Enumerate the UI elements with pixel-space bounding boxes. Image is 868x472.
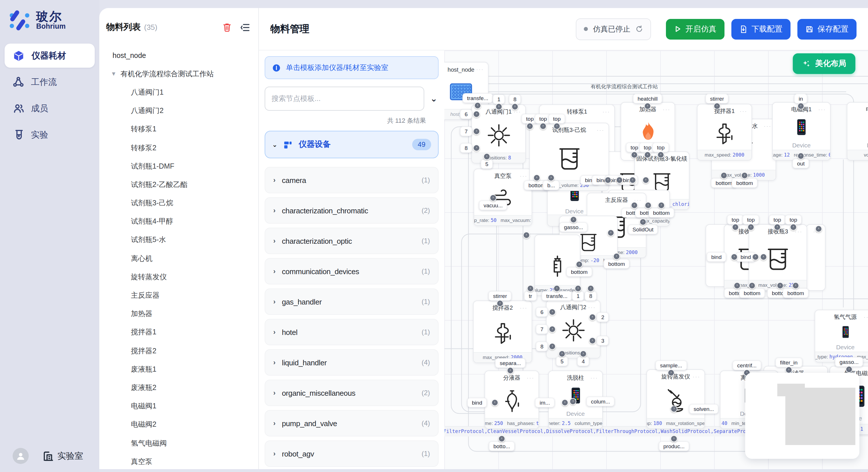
flow-node[interactable]: 旋转蒸发仪···temp: 180max_rotation_speed: xyxy=(646,369,705,429)
node-menu-icon[interactable]: ··· xyxy=(663,103,671,116)
port-handle[interactable]: › xyxy=(644,103,651,109)
sidebar-item-experiments[interactable]: 实验 xyxy=(5,123,95,147)
port-handle[interactable]: › xyxy=(608,229,614,236)
port-handle[interactable]: › xyxy=(731,254,738,260)
node-menu-icon[interactable]: ··· xyxy=(602,105,610,119)
category-instruments[interactable]: ⌄ 仪器设备 49 xyxy=(265,131,439,158)
sidebar-item-members[interactable]: 成员 xyxy=(5,96,95,121)
node-menu-icon[interactable]: ··· xyxy=(677,152,685,166)
port-handle[interactable]: › xyxy=(473,128,480,135)
port-handle[interactable]: › xyxy=(575,285,582,292)
flow-node[interactable]: 真空泵···pump_rate: 50max_vacuum: 0.1 xyxy=(474,169,532,226)
save-config-button[interactable]: 保存配置 xyxy=(797,19,857,39)
port-handle[interactable]: › xyxy=(631,151,638,158)
port-handle[interactable]: › xyxy=(645,202,652,209)
tree-item[interactable]: 搅拌器2 xyxy=(99,342,258,360)
port-handle[interactable]: › xyxy=(714,103,720,109)
port-handle[interactable]: › xyxy=(741,172,748,179)
port-handle[interactable]: › xyxy=(533,174,540,181)
port-handle[interactable]: › xyxy=(846,366,852,373)
flow-node[interactable]: 氢气气源···Device_type: hydrogenmax_pre xyxy=(815,310,868,363)
tree-item[interactable]: 试剂瓶5-水 xyxy=(99,231,258,249)
port-handle[interactable]: › xyxy=(576,261,583,268)
tree-item[interactable]: 主反应器 xyxy=(99,286,258,305)
port-handle[interactable]: › xyxy=(815,225,822,232)
flow-node[interactable]: 电磁阀1···Devicevoltage: 12response_time: 0… xyxy=(772,102,831,161)
search-input[interactable] xyxy=(265,87,425,111)
port-handle[interactable]: › xyxy=(785,367,792,373)
port-handle[interactable]: › xyxy=(549,326,556,333)
port-handle[interactable]: › xyxy=(797,153,804,160)
simulation-status[interactable]: 仿真已停止 xyxy=(576,18,651,40)
port-handle[interactable]: › xyxy=(490,194,497,201)
flow-node[interactable]: 电磁阀2···Devicevoltage: 12 xyxy=(847,102,868,161)
category-row[interactable]: ›hotel(1) xyxy=(265,319,439,345)
trash-icon[interactable] xyxy=(222,22,232,32)
port-handle[interactable]: › xyxy=(616,177,623,183)
port-handle[interactable]: › xyxy=(642,177,649,183)
port-handle[interactable]: › xyxy=(760,254,767,260)
port-handle[interactable]: › xyxy=(671,435,677,442)
category-row[interactable]: ›characterization_chromatic(2) xyxy=(265,197,439,224)
tree-item[interactable]: 废液瓶1 xyxy=(99,360,258,378)
node-menu-icon[interactable]: ··· xyxy=(693,370,701,384)
tree-item[interactable]: 试剂瓶2-乙酸乙酯 xyxy=(99,176,258,194)
port-handle[interactable]: › xyxy=(777,282,784,289)
node-menu-icon[interactable]: ··· xyxy=(818,103,826,116)
port-handle[interactable]: › xyxy=(792,282,799,289)
port-handle[interactable]: › xyxy=(570,398,577,405)
port-handle[interactable]: › xyxy=(640,218,646,225)
port-handle[interactable]: › xyxy=(512,103,518,110)
port-handle[interactable]: › xyxy=(484,153,490,160)
category-row[interactable]: ›pump_and_valve(4) xyxy=(265,410,439,436)
node-menu-icon[interactable]: ··· xyxy=(590,371,598,385)
port-handle[interactable]: › xyxy=(561,399,568,406)
flow-node[interactable]: 搅拌器1···max_speed: 2000 xyxy=(697,104,752,161)
port-handle[interactable]: › xyxy=(797,103,804,109)
tree-item[interactable]: 试剂瓶4-甲醇 xyxy=(99,212,258,231)
port-handle[interactable]: › xyxy=(732,224,739,231)
port-handle[interactable]: › xyxy=(570,216,577,223)
tree-group[interactable]: ▼ 有机化学流程综合测试工作站 xyxy=(99,65,258,83)
tree-item[interactable]: 八通阀门1 xyxy=(99,83,258,102)
port-handle[interactable]: › xyxy=(523,232,530,239)
tree-item[interactable]: 电磁阀1 xyxy=(99,397,258,415)
category-row[interactable]: ›communication_devices(1) xyxy=(265,258,439,284)
flow-node[interactable]: 搅拌器2···max_speed: 2000 xyxy=(473,301,532,363)
port-handle[interactable]: › xyxy=(527,285,534,292)
minimap[interactable] xyxy=(745,373,859,459)
tree-item[interactable]: 转移泵2 xyxy=(99,139,258,157)
port-handle[interactable]: › xyxy=(747,224,754,231)
port-handle[interactable]: › xyxy=(790,224,797,231)
port-handle[interactable]: › xyxy=(507,367,514,374)
tree-item[interactable]: 试剂瓶1-DMF xyxy=(99,157,258,175)
port-handle[interactable]: › xyxy=(539,123,547,130)
user-avatar[interactable] xyxy=(12,448,29,464)
tree-item[interactable]: 真空泵 xyxy=(99,452,258,469)
tree-item[interactable]: 旋转蒸发仪 xyxy=(99,268,258,286)
flow-node[interactable]: ··· xyxy=(806,224,826,291)
port-handle[interactable]: › xyxy=(734,282,741,289)
node-menu-icon[interactable]: ··· xyxy=(527,371,534,385)
port-handle[interactable]: › xyxy=(631,202,638,209)
port-handle[interactable]: › xyxy=(613,253,620,260)
port-handle[interactable]: › xyxy=(473,144,480,151)
category-row[interactable]: ›liquid_handler(4) xyxy=(265,349,439,376)
port-handle[interactable]: › xyxy=(587,285,594,292)
port-handle[interactable]: › xyxy=(497,300,503,307)
lab-switcher[interactable]: 实验室 xyxy=(42,450,83,461)
port-handle[interactable]: › xyxy=(658,202,665,209)
port-handle[interactable]: › xyxy=(474,102,481,109)
port-handle[interactable]: › xyxy=(629,177,636,183)
sidebar-item-workflow[interactable]: 工作流 xyxy=(5,70,95,94)
tree-item[interactable]: 氢气电磁阀 xyxy=(99,434,258,452)
port-handle[interactable]: › xyxy=(498,435,505,442)
refresh-icon[interactable] xyxy=(636,25,643,33)
flow-canvas[interactable]: 有机化学流程综合测试工作站 l,FilterProtocol,CleanVess… xyxy=(444,50,868,469)
tree-item[interactable]: 离心机 xyxy=(99,249,258,268)
port-handle[interactable]: › xyxy=(548,174,555,181)
tree-item[interactable]: 废液瓶2 xyxy=(99,379,258,397)
port-handle[interactable]: › xyxy=(668,369,675,376)
port-handle[interactable]: › xyxy=(657,151,664,158)
category-row[interactable]: ›robot_agv(1) xyxy=(265,440,439,467)
